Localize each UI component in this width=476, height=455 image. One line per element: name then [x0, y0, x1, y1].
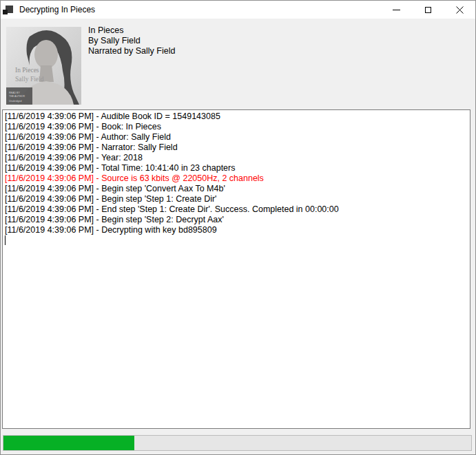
- titlebar: Decrypting In Pieces: [1, 1, 475, 19]
- progress-bar: [3, 435, 472, 451]
- log-line: [11/6/2019 4:39:06 PM] - Book: In Pieces: [5, 122, 468, 132]
- log-line: [11/6/2019 4:39:06 PM] - Begin step 'Con…: [5, 184, 468, 194]
- book-author: By Sally Field: [88, 36, 175, 46]
- minimize-button[interactable]: [380, 1, 412, 19]
- cover-readby-line1: READ BY: [9, 92, 20, 94]
- text-caret: [5, 235, 6, 245]
- book-title: In Pieces: [88, 25, 175, 36]
- book-narrator: Narrated by Sally Field: [88, 46, 175, 56]
- progress-bar-fill: [3, 436, 134, 450]
- log-line: [11/6/2019 4:39:06 PM] - Decrypting with…: [5, 225, 468, 235]
- book-cover-art: In Pieces Sally Field READ BY THE AUTHOR…: [6, 27, 81, 105]
- book-cover-image: In Pieces Sally Field READ BY THE AUTHOR…: [6, 27, 81, 105]
- log-line: [11/6/2019 4:39:06 PM] - Year: 2018: [5, 153, 468, 163]
- log-line: [11/6/2019 4:39:06 PM] - Source is 63 kb…: [5, 173, 468, 184]
- app-window: Decrypting In Pieces: [0, 0, 476, 455]
- cover-edition-text: Unabridged: [9, 100, 22, 103]
- log-line: [11/6/2019 4:39:06 PM] - Begin step 'Ste…: [5, 215, 468, 225]
- client-area: In Pieces Sally Field READ BY THE AUTHOR…: [1, 19, 475, 454]
- book-info: In Pieces By Sally Field Narrated by Sal…: [88, 25, 175, 56]
- log-line: [11/6/2019 4:39:06 PM] - Begin step 'Ste…: [5, 194, 468, 204]
- log-line: [11/6/2019 4:39:06 PM] - End step 'Step …: [5, 204, 468, 215]
- log-caret-line: [5, 235, 468, 246]
- cover-readby-line2: THE AUTHOR: [9, 95, 25, 98]
- log-textbox[interactable]: [11/6/2019 4:39:06 PM] - Audible Book ID…: [2, 109, 470, 429]
- log-line: [11/6/2019 4:39:06 PM] - Total Time: 10:…: [5, 163, 468, 173]
- maximize-icon: [425, 7, 431, 13]
- minimize-icon: [393, 10, 400, 10]
- log-line: [11/6/2019 4:39:06 PM] - Audible Book ID…: [5, 112, 468, 122]
- log-line: [11/6/2019 4:39:06 PM] - Narrator: Sally…: [5, 142, 468, 153]
- app-icon: [3, 4, 14, 15]
- window-title: Decrypting In Pieces: [19, 5, 380, 14]
- log-line: [11/6/2019 4:39:06 PM] - Author: Sally F…: [5, 132, 468, 142]
- app-icon-square-small: [3, 10, 8, 14]
- maximize-button[interactable]: [412, 1, 444, 19]
- close-icon: [456, 6, 464, 14]
- close-button[interactable]: [444, 1, 475, 19]
- cover-title-text: In Pieces: [15, 67, 39, 74]
- cover-author-text: Sally Field: [15, 76, 44, 83]
